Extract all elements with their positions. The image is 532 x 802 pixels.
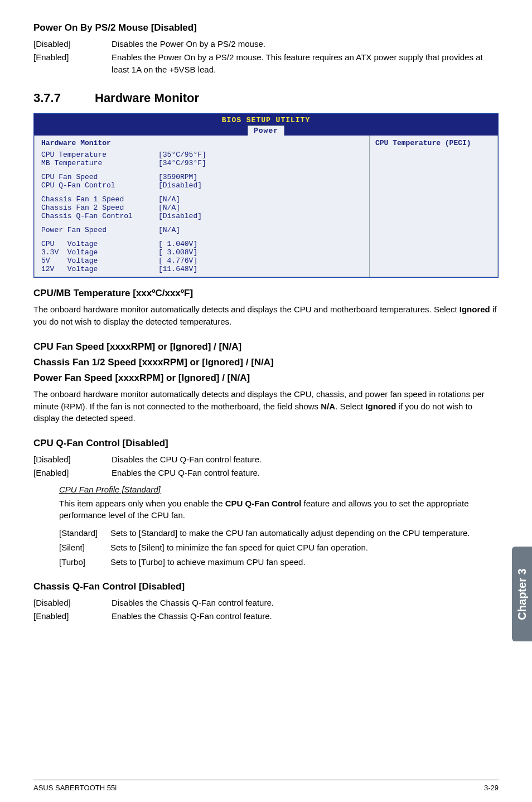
option-row: [Turbo] Sets to [Turbo] to achieve maxim… <box>59 556 499 568</box>
bios-help-text: CPU Temperature (PECI) <box>375 139 471 147</box>
bios-field-label: CPU Voltage <box>41 240 158 248</box>
bios-field-value: [11.648V] <box>158 265 197 273</box>
bios-screenshot: BIOS SETUP UTILITY Power Hardware Monito… <box>33 113 499 278</box>
bios-field-value: [ 3.008V] <box>158 248 197 257</box>
section-fan-speed: CPU Fan Speed [xxxxRPM] or [Ignored] / [… <box>33 341 499 424</box>
bios-body: Hardware Monitor CPU Temperature[35°C/95… <box>34 136 498 277</box>
description: Disables the CPU Q-Fan control feature. <box>112 453 499 466</box>
heading: CPU Q-Fan Control [Disabled] <box>33 438 499 449</box>
definition-list: [Disabled] Disables the Power On by a PS… <box>33 38 499 75</box>
bios-field-value: [35°C/95°F] <box>158 151 206 159</box>
footer-left: ASUS SABERTOOTH 55i <box>33 784 117 792</box>
bios-title-bar: BIOS SETUP UTILITY Power <box>34 114 498 136</box>
footer-right: 3-29 <box>484 784 499 792</box>
bios-tab-power: Power <box>248 125 284 136</box>
heading: Chassis Q-Fan Control [Disabled] <box>33 581 499 592</box>
bios-field-value: [N/A] <box>158 195 180 204</box>
bios-group: CPU Voltage[ 1.040V] 3.3V Voltage[ 3.008… <box>41 240 362 273</box>
bios-field-label: 12V Voltage <box>41 265 158 273</box>
bios-field-value: [ 1.040V] <box>158 240 197 248</box>
term: [Disabled] <box>33 38 112 50</box>
bios-section-header: Hardware Monitor <box>41 139 362 147</box>
heading-title: Hardware Monitor <box>95 91 199 105</box>
bios-group: CPU Temperature[35°C/95°F] MB Temperatur… <box>41 151 362 167</box>
text: This item appears only when you enable t… <box>59 499 225 508</box>
bios-left-panel: Hardware Monitor CPU Temperature[35°C/95… <box>34 136 370 277</box>
definition-row: [Disabled] Disables the Chassis Q-Fan co… <box>33 597 499 609</box>
bios-field-label: CPU Temperature <box>41 151 158 159</box>
bios-group: Power Fan Speed[N/A] <box>41 226 362 234</box>
paragraph: This item appears only when you enable t… <box>59 497 499 522</box>
sub-heading: CPU Fan Profile [Standard] <box>59 485 499 494</box>
option-row: [Silent] Sets to [Silent] to minimize th… <box>59 542 499 554</box>
definition-row: [Enabled] Enables the CPU Q-Fan control … <box>33 467 499 479</box>
bios-group: CPU Fan Speed[3590RPM] CPU Q-Fan Control… <box>41 173 362 190</box>
bios-field-value: [N/A] <box>158 226 180 234</box>
bios-field-label: 5V Voltage <box>41 257 158 265</box>
bold-text: Ignored <box>365 402 396 411</box>
heading-number: 3.7.7 <box>33 91 95 105</box>
bios-group: Chassis Fan 1 Speed[N/A] Chassis Fan 2 S… <box>41 195 362 220</box>
text: The onboard hardware monitor automatical… <box>33 305 460 314</box>
chapter-tab: Chapter 3 <box>512 547 532 641</box>
text: . Select <box>335 402 365 411</box>
section-chassis-q-fan-control: Chassis Q-Fan Control [Disabled] [Disabl… <box>33 581 499 622</box>
description: Sets to [Turbo] to achieve maximum CPU f… <box>110 556 499 568</box>
bios-title: BIOS SETUP UTILITY <box>222 116 310 124</box>
bios-field-label: 3.3V Voltage <box>41 248 158 257</box>
description: Disables the Power On by a PS/2 mouse. <box>112 38 499 50</box>
term: [Silent] <box>59 542 110 554</box>
bios-field-label: Chassis Fan 2 Speed <box>41 204 158 212</box>
bios-field-value: [N/A] <box>158 204 180 212</box>
sub-section-cpu-fan-profile: CPU Fan Profile [Standard] This item app… <box>59 485 499 568</box>
bios-field-value: [34°C/93°F] <box>158 159 206 167</box>
definition-list: [Disabled] Disables the CPU Q-Fan contro… <box>33 453 499 479</box>
bold-text: N/A <box>321 402 335 411</box>
term: [Enabled] <box>33 51 112 76</box>
description: Enables the Power On by a PS/2 mouse. Th… <box>112 51 499 76</box>
chapter-tab-label: Chapter 3 <box>516 568 529 620</box>
bios-field-label: MB Temperature <box>41 159 158 167</box>
bold-text: CPU Q-Fan Control <box>225 499 302 508</box>
bold-text: Ignored <box>460 305 490 314</box>
description: Sets to [Silent] to minimize the fan spe… <box>110 542 499 554</box>
bios-field-value: [Disabled] <box>158 212 202 220</box>
description: Enables the CPU Q-Fan control feature. <box>112 467 499 479</box>
definition-row: [Disabled] Disables the Power On by a PS… <box>33 38 499 50</box>
section-cpu-mb-temperature: CPU/MB Temperature [xxxºC/xxxºF] The onb… <box>33 288 499 328</box>
bios-field-label: Chassis Fan 1 Speed <box>41 195 158 204</box>
heading: CPU/MB Temperature [xxxºC/xxxºF] <box>33 288 499 299</box>
description: Sets to [Standard] to make the CPU fan a… <box>110 527 499 539</box>
definition-row: [Enabled] Enables the Power On by a PS/2… <box>33 51 499 76</box>
description: Enables the Chassis Q-Fan control featur… <box>112 610 499 622</box>
term: [Disabled] <box>33 453 112 466</box>
heading: CPU Fan Speed [xxxxRPM] or [Ignored] / [… <box>33 341 499 352</box>
bios-field-label: CPU Q-Fan Control <box>41 181 158 190</box>
description: Disables the Chassis Q-Fan control featu… <box>112 597 499 609</box>
option-row: [Standard] Sets to [Standard] to make th… <box>59 527 499 539</box>
bios-field-value: [ 4.776V] <box>158 257 197 265</box>
bios-right-panel: CPU Temperature (PECI) <box>370 136 498 277</box>
definition-list: [Disabled] Disables the Chassis Q-Fan co… <box>33 597 499 622</box>
term: [Enabled] <box>33 610 112 622</box>
heading: Power Fan Speed [xxxxRPM] or [Ignored] /… <box>33 373 499 384</box>
bios-field-label: CPU Fan Speed <box>41 173 158 181</box>
heading: Chassis Fan 1/2 Speed [xxxxRPM] or [Igno… <box>33 357 499 368</box>
paragraph: The onboard hardware monitor automatical… <box>33 388 499 424</box>
heading: Power On By PS/2 Mouse [Disabled] <box>33 22 499 33</box>
term: [Standard] <box>59 527 110 539</box>
bios-field-label: Chassis Q-Fan Control <box>41 212 158 220</box>
bios-field-value: [Disabled] <box>158 181 202 190</box>
bios-field-value: [3590RPM] <box>158 173 197 181</box>
term: [Turbo] <box>59 556 110 568</box>
definition-row: [Disabled] Disables the CPU Q-Fan contro… <box>33 453 499 466</box>
section-cpu-q-fan-control: CPU Q-Fan Control [Disabled] [Disabled] … <box>33 438 499 568</box>
page-footer: ASUS SABERTOOTH 55i 3-29 <box>33 780 499 792</box>
paragraph: The onboard hardware monitor automatical… <box>33 303 499 328</box>
bios-field-label: Power Fan Speed <box>41 226 158 234</box>
numbered-heading: 3.7.7 Hardware Monitor <box>33 91 499 105</box>
definition-row: [Enabled] Enables the Chassis Q-Fan cont… <box>33 610 499 622</box>
section-power-on-ps2-mouse: Power On By PS/2 Mouse [Disabled] [Disab… <box>33 22 499 75</box>
term: [Enabled] <box>33 467 112 479</box>
term: [Disabled] <box>33 597 112 609</box>
